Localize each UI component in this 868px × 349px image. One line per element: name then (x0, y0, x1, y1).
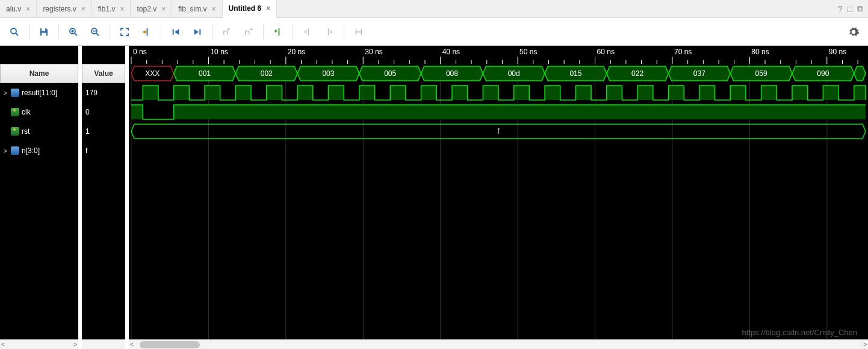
svg-text:f: f (497, 127, 500, 136)
signal-name: result[11:0] (22, 89, 57, 97)
svg-rect-120 (205, 86, 220, 100)
tab-fib-sim-v[interactable]: fib_sim.v× (172, 0, 222, 17)
svg-point-0 (11, 28, 16, 34)
prev-marker-icon (298, 22, 317, 42)
svg-rect-2 (42, 28, 45, 31)
tab-fib1-v[interactable]: fib1.v× (92, 0, 131, 17)
waveform-scrollbar[interactable]: < > (129, 339, 868, 349)
go-to-cursor-icon[interactable] (137, 22, 156, 42)
tab-top2-v[interactable]: top2.v× (131, 0, 172, 17)
waveform-area[interactable]: 0 ns10 ns20 ns30 ns40 ns50 ns60 ns70 ns8… (125, 46, 868, 349)
tab-untitled-6[interactable]: Untitled 6× (223, 0, 277, 18)
bit-signal-icon (11, 108, 19, 116)
svg-rect-133 (607, 86, 622, 100)
divider (344, 25, 344, 39)
svg-rect-142 (131, 105, 143, 119)
name-scrollbar[interactable]: <> (0, 339, 78, 349)
search-icon[interactable] (5, 22, 24, 42)
editor-tabs: alu.v×registers.v×fib1.v×top2.v×fib_sim.… (0, 0, 868, 18)
svg-text:090: 090 (817, 69, 829, 78)
svg-text:70 ns: 70 ns (674, 48, 692, 56)
add-marker-icon[interactable] (268, 22, 288, 42)
svg-text:00d: 00d (508, 69, 520, 78)
svg-rect-129 (483, 86, 498, 100)
divider (161, 25, 161, 39)
divider (29, 25, 29, 39)
signal-name: clk (22, 108, 31, 116)
svg-rect-131 (545, 86, 560, 100)
signal-name-row[interactable]: rst (0, 122, 78, 141)
signal-value: 0 (85, 108, 90, 116)
signal-name: n[3:0] (22, 146, 40, 155)
svg-rect-128 (452, 86, 468, 100)
go-to-end-icon[interactable] (188, 22, 207, 42)
close-icon[interactable]: × (81, 5, 85, 13)
expand-icon[interactable]: > (4, 148, 8, 154)
tab-registers-v[interactable]: registers.v× (37, 0, 91, 17)
signal-value-row[interactable]: 179 (82, 83, 125, 102)
value-scrollbar[interactable] (82, 339, 125, 349)
main-area: Name >result[11:0]clkrst>n[3:0] <> Value… (0, 46, 868, 349)
zoom-fit-icon[interactable] (115, 22, 134, 42)
svg-text:XXX: XXX (145, 69, 160, 78)
signal-value: f (85, 146, 87, 155)
svg-rect-12 (173, 29, 174, 34)
settings-icon[interactable] (844, 22, 863, 42)
signal-name-row[interactable]: clk (0, 102, 78, 122)
svg-rect-118 (143, 86, 158, 100)
svg-text:20 ns: 20 ns (288, 48, 305, 56)
signal-value-row[interactable]: f (82, 141, 125, 160)
svg-rect-135 (669, 86, 684, 100)
help-icon[interactable]: ? (838, 4, 843, 14)
tab-label: Untitled 6 (229, 4, 262, 13)
divider (110, 25, 110, 39)
svg-rect-122 (267, 86, 282, 100)
svg-rect-124 (328, 86, 344, 100)
zoom-in-icon[interactable] (64, 22, 83, 42)
svg-text:059: 059 (755, 69, 767, 78)
svg-text:90 ns: 90 ns (829, 48, 846, 56)
close-icon[interactable]: × (26, 5, 30, 13)
restore-icon[interactable]: ⧉ (857, 4, 863, 14)
svg-rect-15 (199, 29, 200, 34)
tab-label: alu.v (6, 5, 21, 13)
svg-text:50 ns: 50 ns (519, 48, 537, 56)
svg-marker-13 (175, 29, 179, 34)
svg-line-9 (96, 33, 99, 36)
signal-name-column: Name >result[11:0]clkrst>n[3:0] <> (0, 46, 78, 349)
go-to-start-icon[interactable] (166, 22, 185, 42)
tab-label: fib_sim.v (178, 5, 206, 13)
svg-rect-126 (390, 86, 406, 100)
tab-alu-v[interactable]: alu.v× (0, 0, 37, 17)
divider (212, 25, 212, 39)
signal-name-row[interactable]: >result[11:0] (0, 83, 78, 102)
close-icon[interactable]: × (161, 5, 166, 13)
tab-label: registers.v (43, 5, 76, 13)
svg-rect-123 (297, 86, 313, 100)
svg-text:40 ns: 40 ns (442, 48, 460, 56)
svg-text:10 ns: 10 ns (210, 48, 228, 56)
close-icon[interactable]: × (212, 5, 216, 13)
svg-marker-117 (854, 66, 866, 81)
expand-icon[interactable]: > (4, 90, 8, 96)
svg-rect-136 (699, 86, 715, 100)
signal-name: rst (22, 127, 29, 136)
close-icon[interactable]: × (120, 5, 124, 13)
svg-rect-132 (575, 86, 591, 100)
svg-text:037: 037 (693, 69, 705, 78)
close-icon[interactable]: × (266, 4, 270, 13)
scrollbar-thumb[interactable] (140, 341, 200, 348)
maximize-icon[interactable]: □ (848, 4, 852, 14)
tab-window-controls: ?□⧉ (838, 0, 868, 17)
zoom-out-icon[interactable] (85, 22, 105, 42)
signal-value-row[interactable]: 1 (82, 122, 125, 141)
svg-rect-3 (42, 33, 46, 36)
save-icon[interactable] (34, 22, 54, 42)
svg-rect-130 (514, 86, 530, 100)
signal-name-row[interactable]: >n[3:0] (0, 141, 78, 160)
svg-rect-140 (823, 86, 839, 100)
signal-value-row[interactable]: 0 (82, 102, 125, 122)
bus-signal-icon (11, 89, 19, 97)
svg-text:008: 008 (446, 69, 458, 78)
next-transition-icon (239, 22, 258, 42)
